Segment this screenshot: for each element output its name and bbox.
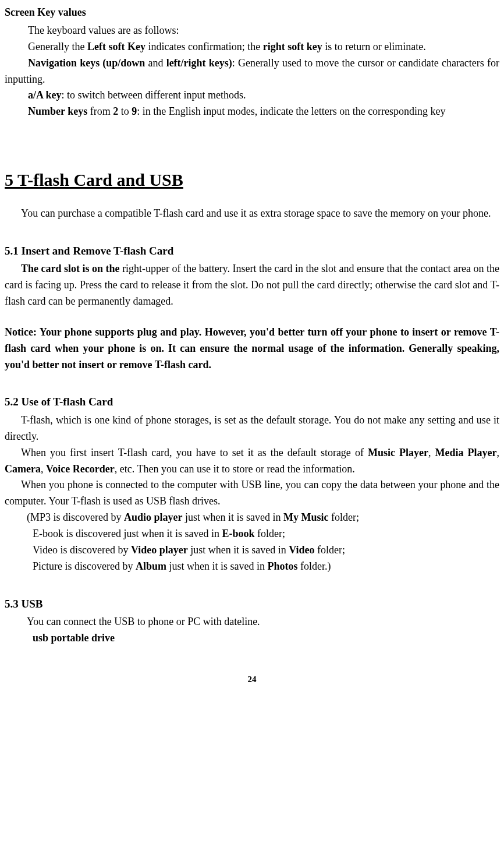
text: just when it is saved in (183, 511, 284, 523)
music-player-bold: Music Player (368, 447, 428, 458)
text: , (41, 463, 46, 475)
nav-keys-line: Navigation keys (up/down and left/right … (5, 55, 499, 88)
keyboard-values-intro: The keyboard values are as follows: (28, 23, 499, 39)
text: indicates confirmation; the (145, 41, 263, 52)
text: folder; (328, 511, 359, 523)
photos-folder-bold: Photos (267, 560, 297, 572)
ebook-bold: E-book (222, 528, 254, 539)
text: : in the English input modes, indicate t… (137, 105, 445, 117)
text: folder; (315, 544, 345, 556)
section-5-3-usb-portable: usb portable drive (33, 630, 499, 647)
section-5-1-body: The card slot is on the right-upper of t… (5, 261, 499, 310)
text: (MP3 is discovered by (27, 511, 124, 523)
text: Video is discovered by (33, 544, 131, 556)
section-5-2-p3: When you phone is connected to the compu… (5, 477, 499, 510)
section-5-3-title: 5.3 USB (5, 595, 499, 612)
section-5-3-p1: You can connect the USB to phone or PC w… (27, 614, 499, 630)
section-5-1-notice: Notice: Your phone supports plug and pla… (5, 324, 499, 373)
list-item-ebook: E-book is discovered just when it is sav… (33, 526, 499, 542)
text: is to return or eliminate. (322, 41, 426, 52)
media-player-bold: Media Player (435, 447, 497, 458)
text: Picture is discovered by (33, 560, 136, 572)
video-folder-bold: Video (289, 544, 314, 556)
text: just when it is saved in (166, 560, 268, 572)
nav-keys-bold-2: left/right keys) (166, 57, 232, 69)
section-5-2-p1: T-flash, which is one kind of phone stor… (5, 412, 499, 445)
audio-player-bold: Audio player (124, 511, 183, 523)
text: just when it is saved in (188, 544, 289, 556)
number-keys-bold: Number keys (28, 105, 87, 117)
chapter-5-intro: You can purchase a compatible T-flash ca… (5, 206, 499, 222)
text: When you first insert T-flash card, you … (21, 447, 368, 458)
left-soft-key-bold: Left soft Key (87, 41, 145, 52)
album-bold: Album (136, 560, 166, 572)
aA-line: a/A key: to switch between different inp… (28, 87, 499, 104)
aA-key-bold: a/A key (28, 89, 62, 101)
list-item-mp3: (MP3 is discovered by Audio player just … (27, 510, 499, 526)
screen-key-values-title: Screen Key values (5, 5, 499, 21)
text: to (118, 105, 132, 117)
soft-key-line: Generally the Left soft Key indicates co… (5, 39, 499, 55)
text: : to switch between different input meth… (62, 89, 246, 101)
chapter-5-heading: 5 T-flash Card and USB (5, 167, 499, 194)
list-item-picture: Picture is discovered by Album just when… (33, 559, 499, 575)
text: , (428, 447, 435, 458)
text: , (497, 447, 500, 458)
right-soft-key-bold: right soft key (263, 41, 322, 52)
text: Generally the (28, 41, 87, 52)
num-9-bold: 9 (132, 105, 137, 117)
section-5-1-title: 5.1 Insert and Remove T-flash Card (5, 242, 499, 259)
section-5-2-title: 5.2 Use of T-flash Card (5, 393, 499, 410)
number-keys-line: Number keys from 2 to 9: in the English … (28, 104, 499, 120)
card-slot-bold-lead: The card slot is on the (21, 263, 122, 274)
nav-keys-bold-1: Navigation keys (up/down (28, 57, 145, 69)
list-item-video: Video is discovered by Video player just… (33, 542, 499, 559)
voice-recorder-bold: Voice Recorder (46, 463, 115, 475)
text: E-book is discovered just when it is sav… (33, 528, 222, 539)
text: , etc. Then you can use it to store or r… (115, 463, 355, 475)
text: from (87, 105, 113, 117)
text: and (145, 57, 166, 69)
video-player-bold: Video player (131, 544, 188, 556)
section-5-2-p2: When you first insert T-flash card, you … (5, 445, 499, 478)
num-2-bold: 2 (113, 105, 118, 117)
camera-bold: Camera (5, 463, 41, 475)
text: folder.) (298, 560, 331, 572)
text: folder; (254, 528, 285, 539)
my-music-bold: My Music (283, 511, 328, 523)
page-number: 24 (5, 673, 499, 686)
